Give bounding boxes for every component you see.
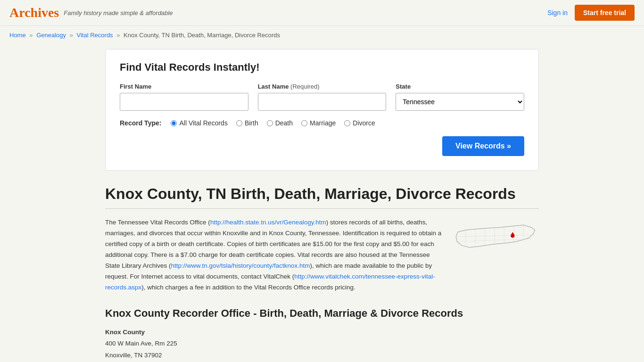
required-note: (Required) [290, 83, 319, 90]
breadcrumb-sep-1: » [29, 32, 33, 39]
tvro-link[interactable]: http://health.state.tn.us/vr/Genealogy.h… [210, 219, 326, 226]
radio-death-label: Death [275, 119, 293, 127]
header-left: Archives Family history made simple & af… [9, 5, 173, 20]
search-title: Find Vital Records Instantly! [120, 61, 524, 74]
radio-marriage-input[interactable] [301, 120, 307, 126]
breadcrumb-current: Knox County, TN Birth, Death, Marriage, … [124, 32, 280, 39]
radio-divorce-label: Divorce [353, 119, 375, 127]
radio-divorce[interactable]: Divorce [344, 119, 375, 127]
radio-all-vital-input[interactable] [171, 120, 177, 126]
view-records-row: View Records » [120, 136, 524, 156]
body-paragraph: The Tennessee Vital Records Office (http… [105, 217, 445, 293]
radio-birth-label: Birth [245, 119, 258, 127]
page-title: Knox County, TN Birth, Death, Marriage, … [105, 185, 539, 203]
radio-group: All Vital Records Birth Death Marriage D… [171, 119, 375, 127]
last-name-input[interactable] [258, 93, 387, 111]
radio-marriage-label: Marriage [310, 119, 336, 127]
radio-death-input[interactable] [267, 120, 273, 126]
first-name-label: First Name [120, 83, 248, 90]
radio-death[interactable]: Death [267, 119, 293, 127]
start-trial-button[interactable]: Start free trial [575, 5, 635, 21]
svg-line-8 [457, 235, 535, 237]
first-name-group: First Name [120, 83, 248, 111]
breadcrumb-genealogy[interactable]: Genealogy [36, 32, 66, 39]
radio-divorce-input[interactable] [344, 120, 350, 126]
radio-all-vital-label: All Vital Records [179, 119, 227, 127]
vitalchek-link[interactable]: http://www.vitalchek.com/tennessee-expre… [105, 273, 435, 291]
record-type-label: Record Type: [120, 119, 161, 127]
tsla-link[interactable]: http://www.tn.gov/tsla/history/county/fa… [171, 262, 310, 269]
last-name-label: Last Name (Required) [258, 83, 387, 90]
sub-heading: Knox County Recorder Office - Birth, Dea… [105, 307, 539, 320]
address-line2: Knoxville, TN 37902 [105, 350, 539, 361]
state-label: State [396, 83, 524, 90]
state-group: State All United States Alabama Alaska A… [396, 83, 524, 111]
sign-in-link[interactable]: Sign in [547, 9, 568, 16]
content-text: The Tennessee Vital Records Office (http… [105, 217, 445, 293]
breadcrumb-sep-3: » [116, 32, 120, 39]
breadcrumb: Home » Genealogy » Vital Records » Knox … [0, 26, 644, 44]
radio-marriage[interactable]: Marriage [301, 119, 336, 127]
radio-all-vital[interactable]: All Vital Records [171, 119, 227, 127]
breadcrumb-sep-2: » [70, 32, 73, 39]
search-box: Find Vital Records Instantly! First Name… [105, 49, 539, 171]
content-area: The Tennessee Vital Records Office (http… [105, 217, 539, 293]
radio-birth[interactable]: Birth [236, 119, 258, 127]
office-info: Knox County 400 W Main Ave, Rm 225 Knoxv… [105, 327, 539, 362]
header-right: Sign in Start free trial [547, 5, 635, 21]
tn-map [454, 220, 539, 293]
title-divider [105, 208, 539, 209]
address-line1: 400 W Main Ave, Rm 225 [105, 338, 539, 349]
site-header: Archives Family history made simple & af… [0, 0, 644, 26]
svg-marker-0 [456, 225, 535, 247]
last-name-group: Last Name (Required) [258, 83, 387, 111]
breadcrumb-home[interactable]: Home [9, 32, 26, 39]
main-content: Find Vital Records Instantly! First Name… [96, 44, 548, 362]
office-name: Knox County [105, 327, 539, 338]
site-logo: Archives [9, 5, 59, 20]
state-select[interactable]: All United States Alabama Alaska Arizona… [396, 93, 524, 111]
breadcrumb-vital-records[interactable]: Vital Records [77, 32, 113, 39]
site-tagline: Family history made simple & affordable [64, 9, 173, 16]
record-type-row: Record Type: All Vital Records Birth Dea… [120, 119, 524, 127]
search-fields: First Name Last Name (Required) State Al… [120, 83, 524, 111]
view-records-button[interactable]: View Records » [442, 136, 524, 156]
first-name-input[interactable] [120, 93, 248, 111]
radio-birth-input[interactable] [236, 120, 242, 126]
